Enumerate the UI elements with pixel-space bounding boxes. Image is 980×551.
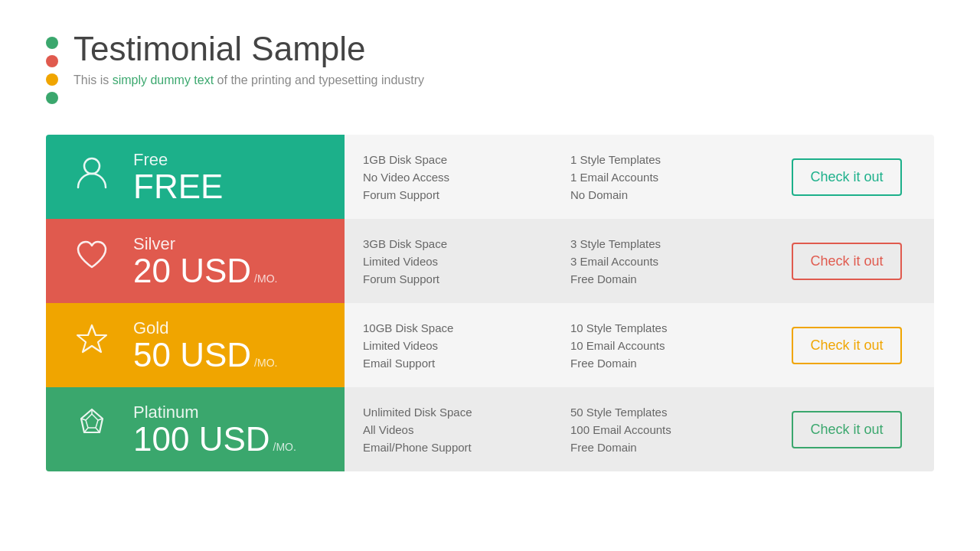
svg-marker-2 bbox=[86, 414, 98, 428]
feature-item: 10 Email Accounts bbox=[570, 339, 778, 352]
gold-icon bbox=[69, 321, 115, 370]
feature-item: Limited Videos bbox=[363, 339, 570, 352]
subtitle: This is simply dummy text of the printin… bbox=[74, 73, 424, 87]
pricing-row-silver: Silver 20 USD /MO. 3GB Disk SpaceLimited… bbox=[46, 219, 934, 303]
plan-card-gold: Gold 50 USD /MO. bbox=[46, 303, 345, 387]
plan-info-platinum: Platinum 100 USD /MO. bbox=[133, 403, 296, 456]
plan-info-silver: Silver 20 USD /MO. bbox=[133, 234, 277, 288]
svg-point-0 bbox=[84, 158, 100, 174]
btn-col-free: Check it out bbox=[778, 158, 916, 196]
header-text: Testimonial Sample This is simply dummy … bbox=[74, 31, 424, 87]
feature-item: All Videos bbox=[363, 423, 570, 436]
plan-price-amount: FREE bbox=[133, 170, 223, 204]
check-btn-gold[interactable]: Check it out bbox=[792, 327, 901, 364]
free-icon bbox=[69, 152, 115, 201]
feature-item: Forum Support bbox=[363, 188, 570, 201]
check-btn-free[interactable]: Check it out bbox=[792, 158, 901, 196]
dot-2 bbox=[46, 55, 58, 67]
dot-1 bbox=[46, 37, 58, 49]
feature-item: No Domain bbox=[570, 188, 778, 201]
plan-name-gold: Gold bbox=[133, 318, 277, 338]
feature-item: 1 Style Templates bbox=[570, 153, 778, 166]
feature-item: 1 Email Accounts bbox=[570, 171, 778, 184]
plan-info-gold: Gold 50 USD /MO. bbox=[133, 318, 277, 372]
feature-item: Unlimited Disk Space bbox=[363, 406, 570, 419]
feature-col-left-platinum: Unlimited Disk SpaceAll VideosEmail/Phon… bbox=[363, 406, 570, 454]
feature-col-right-silver: 3 Style Templates3 Email AccountsFree Do… bbox=[570, 237, 778, 285]
plan-price-mo: /MO. bbox=[273, 441, 296, 453]
plan-card-platinum: Platinum 100 USD /MO. bbox=[46, 387, 345, 471]
silver-icon bbox=[69, 236, 115, 285]
feature-item: No Video Access bbox=[363, 171, 570, 184]
decorative-dots bbox=[46, 37, 58, 104]
feature-col-left-gold: 10GB Disk SpaceLimited VideosEmail Suppo… bbox=[363, 321, 570, 370]
pricing-row-gold: Gold 50 USD /MO. 10GB Disk SpaceLimited … bbox=[46, 303, 934, 387]
features-free: 1GB Disk SpaceNo Video AccessForum Suppo… bbox=[345, 135, 934, 219]
dot-4 bbox=[46, 92, 58, 104]
plan-name-free: Free bbox=[133, 150, 223, 170]
features-platinum: Unlimited Disk SpaceAll VideosEmail/Phon… bbox=[345, 387, 934, 471]
page: Testimonial Sample This is simply dummy … bbox=[0, 0, 980, 551]
features-gold: 10GB Disk SpaceLimited VideosEmail Suppo… bbox=[345, 303, 934, 387]
feature-item: 3GB Disk Space bbox=[363, 237, 570, 250]
plan-price: 20 USD /MO. bbox=[133, 254, 277, 288]
btn-col-gold: Check it out bbox=[778, 327, 916, 364]
plan-price-mo: /MO. bbox=[254, 357, 277, 369]
feature-col-right-free: 1 Style Templates1 Email AccountsNo Doma… bbox=[570, 153, 778, 201]
feature-item: 100 Email Accounts bbox=[570, 423, 778, 436]
feature-item: 1GB Disk Space bbox=[363, 153, 570, 166]
page-title: Testimonial Sample bbox=[74, 31, 424, 67]
feature-col-left-silver: 3GB Disk SpaceLimited VideosForum Suppor… bbox=[363, 237, 570, 285]
check-btn-platinum[interactable]: Check it out bbox=[792, 411, 901, 448]
features-silver: 3GB Disk SpaceLimited VideosForum Suppor… bbox=[345, 219, 934, 303]
feature-col-right-platinum: 50 Style Templates100 Email AccountsFree… bbox=[570, 406, 778, 454]
feature-item: 10 Style Templates bbox=[570, 321, 778, 334]
subtitle-before: This is bbox=[74, 73, 113, 86]
feature-item: 3 Email Accounts bbox=[570, 255, 778, 268]
feature-item: 3 Style Templates bbox=[570, 237, 778, 250]
btn-col-silver: Check it out bbox=[778, 243, 916, 280]
feature-col-right-gold: 10 Style Templates10 Email AccountsFree … bbox=[570, 321, 778, 370]
feature-item: Email Support bbox=[363, 357, 570, 370]
pricing-table: Free FREE 1GB Disk SpaceNo Video AccessF… bbox=[46, 135, 934, 471]
feature-item: 50 Style Templates bbox=[570, 406, 778, 419]
plan-price: 50 USD /MO. bbox=[133, 338, 277, 372]
feature-item: Email/Phone Support bbox=[363, 441, 570, 454]
feature-item: Limited Videos bbox=[363, 255, 570, 268]
dot-3 bbox=[46, 73, 58, 86]
plan-price-mo: /MO. bbox=[254, 272, 277, 285]
plan-price-amount: 100 USD bbox=[133, 422, 270, 456]
feature-item: 10GB Disk Space bbox=[363, 321, 570, 334]
plan-info-free: Free FREE bbox=[133, 150, 223, 204]
btn-col-platinum: Check it out bbox=[778, 411, 916, 448]
feature-col-left-free: 1GB Disk SpaceNo Video AccessForum Suppo… bbox=[363, 153, 570, 201]
feature-item: Forum Support bbox=[363, 272, 570, 285]
feature-item: Free Domain bbox=[570, 272, 778, 285]
plan-name-silver: Silver bbox=[133, 234, 277, 254]
plan-card-free: Free FREE bbox=[46, 135, 345, 219]
pricing-row-free: Free FREE 1GB Disk SpaceNo Video AccessF… bbox=[46, 135, 934, 219]
subtitle-after: of the printing and typesetting industry bbox=[214, 73, 424, 86]
plan-card-silver: Silver 20 USD /MO. bbox=[46, 219, 345, 303]
plan-price-amount: 20 USD bbox=[133, 254, 251, 288]
subtitle-link[interactable]: simply dummy text bbox=[113, 73, 214, 86]
feature-item: Free Domain bbox=[570, 441, 778, 454]
plan-price-amount: 50 USD bbox=[133, 338, 251, 372]
feature-item: Free Domain bbox=[570, 357, 778, 370]
plan-price: 100 USD /MO. bbox=[133, 422, 296, 456]
plan-name-platinum: Platinum bbox=[133, 403, 296, 422]
pricing-row-platinum: Platinum 100 USD /MO. Unlimited Disk Spa… bbox=[46, 387, 934, 471]
check-btn-silver[interactable]: Check it out bbox=[792, 243, 901, 280]
header: Testimonial Sample This is simply dummy … bbox=[46, 31, 934, 104]
platinum-icon bbox=[69, 405, 115, 454]
